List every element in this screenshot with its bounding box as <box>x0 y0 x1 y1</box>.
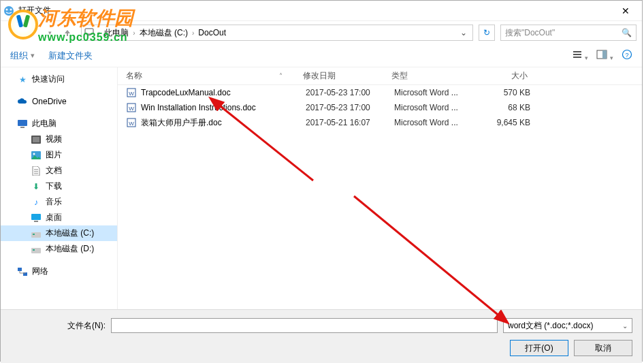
svg-point-17 <box>33 153 35 155</box>
file-name: Win Installation Instructions.doc <box>141 103 306 112</box>
file-list: 名称˄ 修改日期 类型 大小 W TrapcodeLuxManual.doc 2… <box>118 67 642 309</box>
svg-rect-12 <box>18 120 27 126</box>
back-button[interactable] <box>6 25 22 41</box>
word-doc-icon: W <box>126 117 137 128</box>
svg-rect-24 <box>18 268 22 271</box>
sidebar: ★ 快速访问 OneDrive 此电脑 视频 图片 <box>1 67 118 309</box>
chevron-right-icon: › <box>189 29 197 37</box>
file-type: Microsoft Word ... <box>394 118 476 127</box>
sidebar-pictures[interactable]: 图片 <box>1 147 117 163</box>
open-file-dialog: 打开文件 ✕ ▾ › 此电脑 › 本地磁盘 (C:) › DocOut ⌄ ↻ … <box>0 0 643 362</box>
file-row[interactable]: W Win Installation Instructions.doc 2017… <box>118 100 642 115</box>
titlebar: 打开文件 ✕ <box>1 1 642 21</box>
up-button[interactable] <box>59 25 76 41</box>
chevron-down-icon: ▾ <box>585 54 588 61</box>
sidebar-thispc[interactable]: 此电脑 <box>1 116 117 131</box>
svg-rect-23 <box>33 249 35 251</box>
disk-icon <box>31 228 42 239</box>
organize-menu[interactable]: 组织 ▾ <box>10 50 35 62</box>
filename-label: 文件名(N): <box>10 320 106 332</box>
chevron-down-icon: ▾ <box>31 51 35 60</box>
sidebar-documents[interactable]: 文档 <box>1 163 117 178</box>
search-icon: 🔍 <box>622 28 632 37</box>
file-date: 2017-05-23 17:00 <box>306 88 394 97</box>
sidebar-quick-access[interactable]: ★ 快速访问 <box>1 72 117 87</box>
help-button[interactable]: ? <box>622 49 632 62</box>
column-headers[interactable]: 名称˄ 修改日期 类型 大小 <box>118 67 642 85</box>
col-type[interactable]: 类型 <box>391 70 473 82</box>
sidebar-network[interactable]: 网络 <box>1 264 117 279</box>
svg-rect-7 <box>573 57 581 58</box>
refresh-button[interactable]: ↻ <box>479 25 495 41</box>
preview-pane-button[interactable]: ▾ <box>596 49 613 62</box>
open-button[interactable]: 打开(O) <box>510 340 568 356</box>
col-size[interactable]: 大小 <box>473 70 528 82</box>
pc-icon <box>17 119 28 129</box>
svg-text:W: W <box>129 121 134 127</box>
sidebar-downloads[interactable]: ⬇ 下载 <box>1 178 117 194</box>
document-icon <box>31 165 42 176</box>
disk-icon <box>31 244 42 255</box>
sidebar-desktop[interactable]: 桌面 <box>1 210 117 225</box>
svg-point-0 <box>4 6 14 16</box>
svg-rect-5 <box>573 51 581 52</box>
download-icon: ⬇ <box>31 181 42 192</box>
chevron-down-icon: ⌄ <box>622 322 628 330</box>
svg-rect-13 <box>20 127 25 128</box>
word-doc-icon: W <box>126 87 137 98</box>
svg-rect-6 <box>573 54 581 55</box>
cancel-button[interactable]: 取消 <box>574 340 632 356</box>
svg-rect-18 <box>31 214 41 220</box>
breadcrumb-thispc[interactable]: 此电脑 <box>104 27 129 39</box>
svg-rect-15 <box>33 137 39 142</box>
breadcrumb[interactable]: › 此电脑 › 本地磁盘 (C:) › DocOut ⌄ <box>81 25 473 41</box>
recent-dropdown[interactable]: ▾ <box>42 25 58 41</box>
sidebar-disk-d[interactable]: 本地磁盘 (D:) <box>1 241 117 257</box>
svg-point-1 <box>6 8 8 10</box>
forward-button[interactable] <box>24 25 40 41</box>
file-type: Microsoft Word ... <box>394 103 476 112</box>
file-size: 570 KB <box>476 88 530 97</box>
col-name: 名称˄ <box>126 70 303 82</box>
file-size: 68 KB <box>476 103 530 112</box>
file-row[interactable]: W TrapcodeLuxManual.doc 2017-05-23 17:00… <box>118 85 642 100</box>
chevron-right-icon: › <box>130 29 138 37</box>
desktop-icon <box>31 212 42 223</box>
file-row[interactable]: W 装箱大师用户手册.doc 2017-05-21 16:07 Microsof… <box>118 115 642 130</box>
breadcrumb-diskc[interactable]: 本地磁盘 (C:) <box>140 27 188 39</box>
close-button[interactable]: ✕ <box>612 1 639 20</box>
sidebar-disk-c[interactable]: 本地磁盘 (C:) <box>1 225 117 241</box>
svg-point-2 <box>10 8 12 10</box>
sort-ascending-icon: ˄ <box>279 72 303 80</box>
nav-arrows: ▾ <box>6 25 76 41</box>
cloud-icon <box>17 96 28 107</box>
breadcrumb-folder[interactable]: DocOut <box>198 28 226 37</box>
svg-rect-4 <box>88 35 91 35</box>
chevron-right-icon: › <box>95 29 103 37</box>
file-type: Microsoft Word ... <box>394 88 476 97</box>
svg-rect-9 <box>602 50 607 59</box>
new-folder-button[interactable]: 新建文件夹 <box>48 50 93 62</box>
search-input[interactable]: 搜索"DocOut" 🔍 <box>500 25 637 41</box>
svg-rect-3 <box>85 29 93 34</box>
navbar: ▾ › 此电脑 › 本地磁盘 (C:) › DocOut ⌄ ↻ 搜索"DocO… <box>1 21 642 44</box>
pc-icon <box>84 27 94 39</box>
footer: 文件名(N): word文档 (*.doc;*.docx) ⌄ 打开(O) 取消 <box>1 309 642 363</box>
file-name: TrapcodeLuxManual.doc <box>141 88 306 97</box>
sidebar-videos[interactable]: 视频 <box>1 131 117 147</box>
filename-input[interactable] <box>111 318 498 333</box>
sidebar-onedrive[interactable]: OneDrive <box>1 94 117 109</box>
body: ★ 快速访问 OneDrive 此电脑 视频 图片 <box>1 67 642 309</box>
network-icon <box>17 266 28 277</box>
breadcrumb-dropdown-icon[interactable]: ⌄ <box>460 28 470 37</box>
music-icon: ♪ <box>31 197 42 208</box>
svg-text:W: W <box>129 91 134 97</box>
title-text: 打开文件 <box>18 5 612 16</box>
search-placeholder: 搜索"DocOut" <box>505 27 555 39</box>
col-date[interactable]: 修改日期 <box>303 70 391 82</box>
file-size: 9,645 KB <box>476 118 530 127</box>
sidebar-music[interactable]: ♪ 音乐 <box>1 194 117 210</box>
view-options-button[interactable]: ▾ <box>572 49 589 62</box>
app-icon <box>3 5 14 16</box>
file-type-filter[interactable]: word文档 (*.doc;*.docx) ⌄ <box>503 318 632 333</box>
